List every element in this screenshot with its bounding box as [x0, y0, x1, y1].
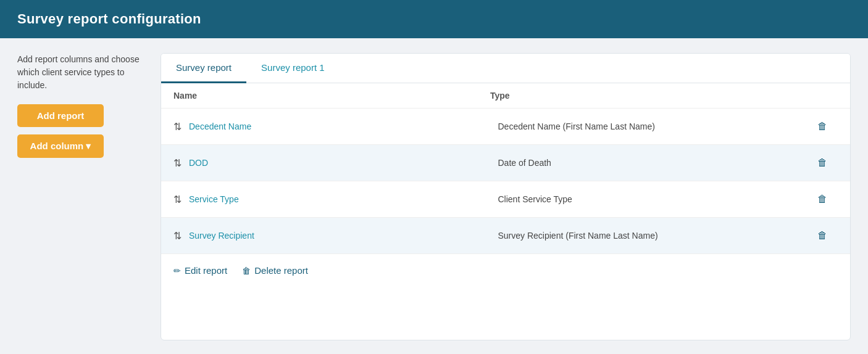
footer-actions: Edit report Delete report — [161, 254, 850, 287]
row-name-dod[interactable]: DOD — [189, 158, 498, 168]
tab-survey-report-1[interactable]: Survey report 1 — [246, 54, 340, 83]
add-column-button[interactable]: Add column ▾ — [17, 134, 104, 158]
main-content: Add report columns and choose which clie… — [0, 38, 868, 354]
row-name-service-type[interactable]: Service Type — [189, 194, 498, 204]
edit-report-button[interactable]: Edit report — [173, 265, 227, 276]
sidebar: Add report columns and choose which clie… — [17, 53, 141, 340]
row-name-survey-recipient[interactable]: Survey Recipient — [189, 231, 498, 241]
delete-row-decedent[interactable]: 🗑 — [807, 118, 838, 134]
table-row: ⇅ Survey Recipient Survey Recipient (Fir… — [161, 218, 850, 254]
row-name-decedent[interactable]: Decedent Name — [189, 121, 498, 131]
table-row: ⇅ DOD Date of Death 🗑 — [161, 145, 850, 181]
drag-handle-icon[interactable]: ⇅ — [173, 157, 182, 169]
content-panel: Survey report Survey report 1 Name Type … — [161, 53, 851, 340]
add-report-button[interactable]: Add report — [17, 104, 104, 127]
page-title: Survey report configuration — [17, 11, 201, 27]
delete-button-dod[interactable]: 🗑 — [812, 155, 832, 171]
delete-row-service-type[interactable]: 🗑 — [807, 191, 838, 207]
delete-button-decedent[interactable]: 🗑 — [812, 118, 832, 134]
drag-handle-icon[interactable]: ⇅ — [173, 194, 182, 205]
delete-button-service-type[interactable]: 🗑 — [812, 191, 832, 207]
trash-icon — [242, 265, 251, 276]
table-container: Name Type ⇅ Decedent Name Decedent Name … — [161, 83, 850, 287]
row-type-survey-recipient: Survey Recipient (First Name Last Name) — [498, 231, 807, 241]
column-header-type: Type — [490, 91, 807, 101]
delete-report-button[interactable]: Delete report — [242, 265, 308, 276]
tab-survey-report[interactable]: Survey report — [161, 54, 246, 83]
column-header-name: Name — [173, 91, 490, 101]
row-type-service-type: Client Service Type — [498, 194, 807, 204]
delete-button-survey-recipient[interactable]: 🗑 — [812, 228, 832, 244]
pencil-icon — [173, 265, 181, 276]
column-header-action — [807, 91, 838, 101]
drag-handle-icon[interactable]: ⇅ — [173, 230, 182, 242]
sidebar-description: Add report columns and choose which clie… — [17, 53, 141, 92]
delete-row-dod[interactable]: 🗑 — [807, 155, 838, 171]
table-row: ⇅ Decedent Name Decedent Name (First Nam… — [161, 109, 850, 145]
delete-row-survey-recipient[interactable]: 🗑 — [807, 228, 838, 244]
page-header: Survey report configuration — [0, 0, 868, 38]
table-header: Name Type — [161, 83, 850, 109]
row-type-dod: Date of Death — [498, 158, 807, 168]
drag-handle-icon[interactable]: ⇅ — [173, 121, 182, 133]
row-type-decedent: Decedent Name (First Name Last Name) — [498, 121, 807, 131]
table-row: ⇅ Service Type Client Service Type 🗑 — [161, 181, 850, 218]
tabs-container: Survey report Survey report 1 — [161, 54, 850, 83]
